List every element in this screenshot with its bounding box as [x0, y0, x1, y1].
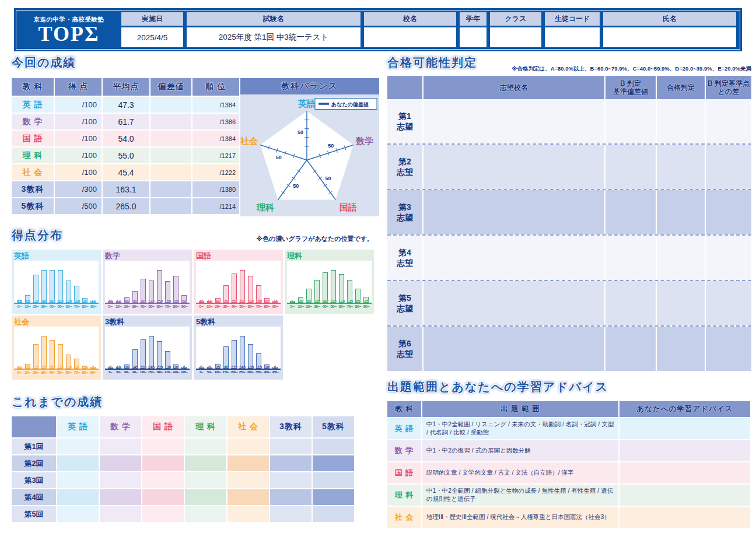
- header-field: クラス: [490, 12, 541, 47]
- deviation-cell: [150, 131, 191, 146]
- judgement-row-label: 第3 志望: [387, 190, 422, 234]
- history-cell: [313, 439, 354, 454]
- score-cell: /500: [55, 198, 102, 214]
- history-cell: [142, 506, 184, 522]
- histogram-x-label: 60~: [247, 304, 255, 308]
- histogram-x-label: 250~: [238, 370, 246, 374]
- judgement-cell: [606, 236, 656, 280]
- histogram-bar-slot: 130: [164, 327, 172, 369]
- judgement-row-label: 第6 志望: [387, 327, 422, 371]
- histogram-bar-slot: 230: [247, 261, 255, 303]
- judgement-cell: [606, 145, 656, 189]
- judgement-row-label: 第4 志望: [387, 236, 422, 280]
- histogram-bar-slot: 85: [354, 261, 362, 303]
- histogram-x-label: 30~: [131, 304, 139, 308]
- radar-legend-label: あなたの偏差値: [331, 101, 369, 107]
- judgement-cell: [606, 281, 656, 325]
- histogram-bar-slot: 10: [106, 261, 114, 303]
- histogram-bar-slot: 8: [106, 327, 114, 369]
- histogram-bar: [157, 341, 162, 369]
- histogram-bar-slot: 205: [156, 327, 164, 369]
- history-row-label: 第4回: [12, 489, 56, 505]
- section-title-history: これまでの成績: [12, 394, 103, 410]
- history-cell: [57, 455, 99, 471]
- histogram-bar-slot: 10: [197, 261, 205, 303]
- histogram-x-label: 350~: [255, 370, 263, 374]
- judgement-row-label: 第2 志望: [387, 145, 422, 189]
- histogram-x-label: 80~: [354, 304, 362, 308]
- histogram-count-label: 6: [270, 366, 281, 370]
- histogram-plot: 81030145220245205130306: [105, 327, 190, 370]
- histogram-title: 3教科: [105, 317, 190, 327]
- history-cell: [313, 506, 354, 522]
- score-cell: /300: [55, 181, 102, 197]
- histogram-bar-slot: 8: [288, 261, 296, 303]
- history-cell: [228, 439, 269, 454]
- histogram-x-label: 0~: [106, 304, 114, 308]
- histogram-plot: 8835165215245185115306: [196, 327, 281, 370]
- histogram-bar-slot: 10: [114, 327, 123, 369]
- average-cell: 265.0: [103, 198, 149, 214]
- subject-cell: 国 語: [12, 131, 54, 146]
- histogram-x-label: 240~: [172, 370, 180, 374]
- advice-advice-cell: [620, 485, 750, 506]
- histogram-bar: [50, 340, 55, 369]
- histogram-bar-slot: 40: [214, 261, 222, 303]
- histogram-bar-slot: 205: [48, 327, 56, 369]
- rank-cell: /1214: [192, 198, 239, 214]
- history-column-header: 社 会: [228, 416, 269, 437]
- histogram-bar: [33, 275, 38, 303]
- histogram-bar-slot: 40: [123, 261, 131, 303]
- histogram-bar-slot: 150: [255, 261, 263, 303]
- histogram-bar: [50, 270, 55, 303]
- deviation-cell: [150, 97, 191, 113]
- histogram-x-label: 90~: [271, 304, 279, 308]
- advice-subject-cell: 国 語: [387, 462, 421, 483]
- advice-column-header: 出 題 範 囲: [422, 401, 618, 417]
- histogram-x-label: 300~: [247, 370, 255, 374]
- histogram-title: 国語: [196, 251, 281, 261]
- histogram-bar-slot: 12: [15, 327, 23, 369]
- score-column-header: 順 位: [192, 78, 239, 96]
- judgement-column-header: B 判定基準点 との差: [706, 76, 751, 99]
- histogram-bar: [323, 272, 328, 303]
- history-cell: [228, 455, 269, 471]
- histogram-bar-slot: 14: [271, 261, 279, 303]
- judgement-row-label: 第1 志望: [387, 99, 422, 143]
- judgement-cell: [706, 327, 751, 371]
- histogram-plot: 830851351801951701358535: [287, 261, 372, 304]
- histogram-bar: [240, 270, 245, 303]
- radar-axis-label-eng: 英語: [298, 99, 316, 108]
- judgement-note: ※合格判定は、A=80.0%以上、B=60.0~79.9%、C=40.0~59.…: [387, 65, 751, 73]
- history-cell: [185, 472, 226, 488]
- header-field-label: 生徒コード: [545, 12, 600, 26]
- rank-cell: /1384: [192, 131, 239, 146]
- judgement-cell: [424, 327, 604, 371]
- histogram-x-label: 40~: [139, 304, 147, 308]
- history-cell: [313, 489, 354, 505]
- history-column-header: 5教科: [313, 416, 354, 437]
- histogram-bar-slot: 200: [48, 261, 56, 303]
- average-cell: 45.4: [103, 164, 149, 180]
- average-cell: 54.0: [103, 131, 149, 146]
- histogram-bar-slot: 150: [222, 261, 230, 303]
- header-field-label: クラス: [490, 12, 541, 26]
- judgement-cell: [606, 99, 656, 143]
- judgement-row: 第1 志望: [387, 99, 751, 145]
- histogram-x-label: 0~: [197, 304, 205, 308]
- header-fields: 実施日2025/4/5試験名2025年度 第1回 中3統一テスト校名学年クラス生…: [121, 12, 736, 47]
- advice-subject-cell: 社 会: [387, 507, 421, 528]
- judgement-cell: [706, 99, 751, 143]
- rank-cell: /1217: [192, 148, 239, 163]
- judgement-column-header: 合格判定: [657, 76, 705, 99]
- histogram-bar-slot: 165: [222, 327, 230, 369]
- history-cell: [270, 455, 312, 471]
- histogram-bar-slot: 115: [255, 327, 263, 369]
- histogram-x-label: 30~: [222, 304, 230, 308]
- header-field-label: 校名: [364, 12, 456, 26]
- histogram-x-label: 90~: [131, 370, 139, 374]
- histogram-bar-slot: 200: [56, 261, 64, 303]
- histogram-panel-s3: 3教科810301452202452051303060~30~60~90~120…: [103, 315, 192, 380]
- histogram-count-label: 35: [360, 300, 372, 304]
- histogram-bar-slot: 35: [362, 261, 370, 303]
